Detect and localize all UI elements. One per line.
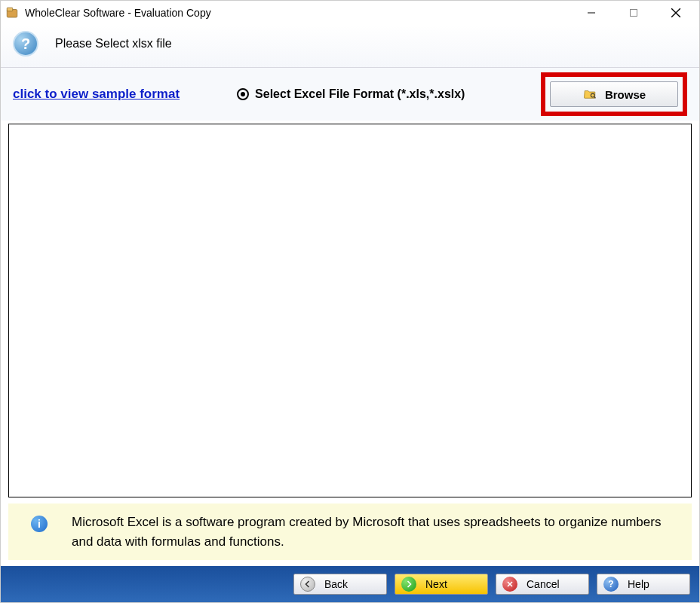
arrow-right-icon <box>401 577 416 592</box>
back-button-label: Back <box>324 578 348 590</box>
svg-rect-1 <box>7 8 13 11</box>
application-window: WholeClear Software - Evaluation Copy ? … <box>0 0 700 603</box>
next-button[interactable]: Next <box>395 574 488 595</box>
help-button-label: Help <box>628 578 649 590</box>
svg-rect-3 <box>631 10 637 17</box>
instruction-header: ? Please Select xlsx file <box>1 25 699 68</box>
instruction-text: Please Select xlsx file <box>55 37 172 51</box>
question-icon: ? <box>13 31 38 57</box>
folder-search-icon <box>582 87 597 101</box>
file-content-area <box>8 124 692 497</box>
file-format-radio[interactable]: Select Excel File Format (*.xls,*.xslx) <box>237 87 465 101</box>
cancel-button-label: Cancel <box>527 578 560 590</box>
next-button-label: Next <box>425 578 447 590</box>
browse-button-label: Browse <box>605 88 646 101</box>
minimize-button[interactable] <box>580 2 603 23</box>
info-text: Microsoft Excel is a software program cr… <box>72 513 677 551</box>
app-icon <box>5 6 19 20</box>
radio-selected-icon <box>237 88 249 100</box>
arrow-left-icon <box>300 577 315 592</box>
browse-highlight-box: Browse <box>541 72 687 116</box>
info-bar: i Microsoft Excel is a software program … <box>8 504 692 560</box>
window-title: WholeClear Software - Evaluation Copy <box>25 7 211 19</box>
options-row: click to view sample format Select Excel… <box>1 68 699 121</box>
cancel-x-icon <box>502 577 517 592</box>
titlebar: WholeClear Software - Evaluation Copy <box>1 1 699 25</box>
radio-label: Select Excel File Format (*.xls,*.xslx) <box>255 87 465 101</box>
window-controls <box>580 2 695 23</box>
cancel-button[interactable]: Cancel <box>496 574 589 595</box>
info-icon: i <box>31 516 48 532</box>
help-question-icon: ? <box>603 577 619 592</box>
sample-format-link[interactable]: click to view sample format <box>13 87 180 102</box>
maximize-button[interactable] <box>622 2 645 23</box>
close-button[interactable] <box>665 2 687 23</box>
browse-button[interactable]: Browse <box>550 81 678 107</box>
wizard-footer: Back Next Cancel ? Help <box>1 566 699 602</box>
back-button[interactable]: Back <box>293 574 387 595</box>
help-button[interactable]: ? Help <box>597 574 690 595</box>
